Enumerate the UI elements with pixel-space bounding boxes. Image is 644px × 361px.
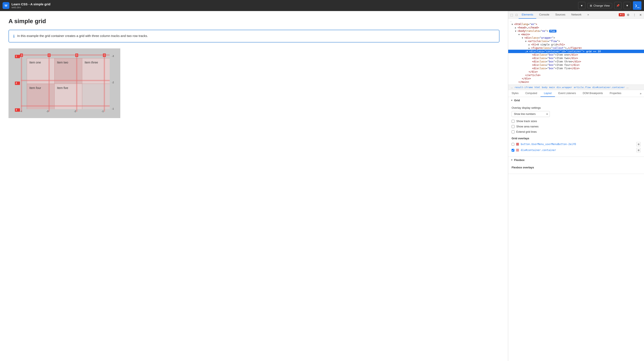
dom-line-h1[interactable]: ▶ <h1> A simple grid </h1>	[508, 43, 644, 46]
overlay-checkbox-1[interactable]	[512, 143, 514, 146]
tab-elements[interactable]: Elements	[518, 11, 536, 19]
dom-line-main[interactable]: ▼ <main>	[508, 33, 644, 36]
breadcrumb-result-iframe[interactable]: result-iframe	[514, 86, 534, 89]
dom-line-box1[interactable]: <div class="box"> Item one </div>	[508, 53, 644, 56]
page-title-block: Learn CSS - A simple grid web.dev	[12, 2, 576, 9]
dom-toggle-html[interactable]: ▼	[512, 23, 514, 25]
subtab-properties[interactable]: Properties	[606, 90, 625, 97]
dom-line-box3[interactable]: <div class="box"> Item three </div>	[508, 60, 644, 63]
dom-line-close-div[interactable]: </div>	[508, 70, 644, 73]
row-numbers-right: -3 -2 -1	[112, 54, 114, 112]
grid-section-header[interactable]: ▼ Grid	[508, 97, 644, 104]
pin-button[interactable]: 📌	[614, 2, 622, 9]
tab-network[interactable]: Network	[568, 11, 584, 19]
overlay-color-swatch-1[interactable]	[516, 143, 519, 146]
dom-toggle-h1[interactable]: ▶	[528, 43, 531, 46]
top-bar: W Learn CSS - A simple grid web.dev ♥ ⊞ …	[0, 0, 644, 11]
breadcrumb-bar: ... result-iframe html body main div.wra…	[508, 85, 644, 90]
overlay-checkbox-2[interactable]	[512, 149, 514, 152]
subtab-event-listeners[interactable]: Event Listeners	[555, 90, 580, 97]
dom-line-head[interactable]: ▶ <head> … </head>	[508, 26, 644, 29]
extend-grid-lines-checkbox[interactable]	[512, 130, 514, 133]
overlay-display-row: Show line numbers Hide line numbers Show…	[512, 111, 640, 117]
tab-console[interactable]: Console	[536, 11, 552, 19]
page-title: Learn CSS - A simple grid	[12, 2, 576, 6]
device-toggle-button[interactable]: □	[514, 12, 518, 17]
breadcrumb-div-wrapper[interactable]: div.wrapper	[556, 86, 573, 89]
overlay-display-select[interactable]: Show line numbers Hide line numbers Show…	[512, 111, 550, 117]
dom-line-box2[interactable]: <div class="box"> Item two </div>	[508, 56, 644, 60]
dom-line-html[interactable]: ▼ <html lang="en" >	[508, 22, 644, 26]
overlay-item-1: button.UserMenu_userMenuButton-2eiYO ⊞	[512, 142, 640, 146]
overlay-grid-icon-1[interactable]: ⊞	[636, 142, 640, 146]
breadcrumb-html[interactable]: html	[534, 86, 541, 89]
page-content: A simple grid ℹ In this example the grid…	[0, 11, 508, 361]
dom-line-box4[interactable]: <div class="box"> Item four </div>	[508, 63, 644, 67]
flexbox-section-header[interactable]: ▼ Flexbox	[508, 157, 644, 163]
show-track-sizes-checkbox[interactable]	[512, 120, 514, 123]
breadcrumb-main[interactable]: main	[548, 86, 556, 89]
breadcrumb-dots-end[interactable]: ...	[626, 86, 629, 89]
dom-dots-top[interactable]: ...	[508, 19, 644, 22]
heart-icon: ♥	[581, 4, 582, 7]
dom-toggle-figure[interactable]: ▶	[528, 47, 531, 49]
grid-container-wrapper: Item one Item two Item three Item four I…	[21, 54, 110, 112]
dom-toggle-head[interactable]: ▶	[515, 26, 518, 29]
article-title: A simple grid	[8, 18, 500, 25]
dom-line-body[interactable]: ▼ <body translate="no"> flex	[508, 29, 644, 33]
grid-line-v-1	[21, 54, 22, 112]
subtab-styles[interactable]: Styles	[508, 90, 522, 97]
show-area-names-checkbox[interactable]	[512, 125, 514, 128]
dom-tree[interactable]: ... ▼ <html lang="en" > ▶ <head> … </hea…	[508, 19, 644, 85]
dom-toggle-body[interactable]: ▼	[515, 30, 518, 32]
flexbox-overlays-label: Flexbox overlays	[512, 166, 640, 169]
overlay-item-2: div#container.container ⊞	[512, 148, 640, 152]
subtab-more[interactable]: »	[637, 90, 644, 97]
dom-line-wrapper[interactable]: ▼ <div class="wrapper">	[508, 36, 644, 39]
more-options-button[interactable]: ⋮	[632, 12, 637, 17]
overlay-grid-icon-2[interactable]: ⊞	[636, 148, 640, 152]
breadcrumb-body[interactable]: body	[541, 86, 548, 89]
dom-line-article[interactable]: ▼ <article class="flow">	[508, 39, 644, 43]
subtab-computed[interactable]: Computed	[522, 90, 540, 97]
grid-section-toggle: ▼	[511, 99, 513, 101]
dom-line-close-article[interactable]: </article>	[508, 73, 644, 77]
chevron-right-icon: »	[588, 13, 589, 16]
grid-overlays-label: Grid overlays	[512, 137, 640, 140]
dom-toggle-wrapper[interactable]: ▼	[522, 37, 524, 39]
dom-toggle-article[interactable]: ▼	[525, 40, 528, 42]
terminal-icon: ❯_	[635, 3, 640, 8]
subtab-layout[interactable]: Layout	[540, 90, 555, 97]
close-devtools-button[interactable]: ✕	[638, 12, 643, 17]
bookmark-button[interactable]: ♥	[578, 2, 585, 9]
dom-toggle-main[interactable]: ▼	[518, 33, 521, 36]
chevron-down-icon: ▼	[626, 4, 629, 7]
dom-line-box5[interactable]: <div class="box"> Item five </div>	[508, 67, 644, 70]
dropdown-button[interactable]: ▼	[624, 2, 631, 9]
overlay-name-1: button.UserMenu_userMenuButton-2eiYO	[521, 143, 635, 146]
change-view-button[interactable]: ⊞ Change View	[588, 3, 612, 8]
tab-more[interactable]: »	[584, 11, 592, 19]
extend-grid-lines-row: Extend grid lines	[512, 130, 640, 133]
dom-toggle-container[interactable]: ▼	[527, 50, 529, 53]
tab-sources[interactable]: Sources	[552, 11, 568, 19]
subtab-dom-breakpoints[interactable]: DOM Breakpoints	[580, 90, 606, 97]
inspect-element-button[interactable]: ⬚	[509, 12, 514, 17]
overlay-color-swatch-2[interactable]	[516, 149, 519, 152]
grid-overlays-section: Grid overlays button.UserMenu_userMenuBu…	[512, 137, 640, 152]
dom-line-close-main[interactable]: </main>	[508, 80, 644, 84]
flexbox-section-toggle: ▼	[511, 159, 513, 161]
dom-line-figure[interactable]: ▶ <figure class="callout"> … </figure>	[508, 46, 644, 50]
col-neg-2: -2	[74, 110, 76, 112]
dom-line-close-wrapper-div[interactable]: </div>	[508, 77, 644, 80]
terminal-button[interactable]: ❯_	[633, 1, 642, 10]
overlay-display-label: Overlay display settings	[512, 106, 640, 109]
breadcrumb-article-flow[interactable]: article.flow	[573, 86, 591, 89]
page-subtitle: web.dev	[12, 6, 576, 9]
grid-line-v-3	[76, 54, 77, 112]
settings-button[interactable]: ⚙	[626, 12, 631, 17]
grid-line-h-3	[21, 105, 110, 107]
dom-line-container[interactable]: … ▼ <div class="container" id="container…	[508, 50, 644, 53]
breadcrumb-container[interactable]: div#container.container	[592, 86, 626, 89]
breadcrumb-dots[interactable]: ...	[510, 86, 514, 89]
